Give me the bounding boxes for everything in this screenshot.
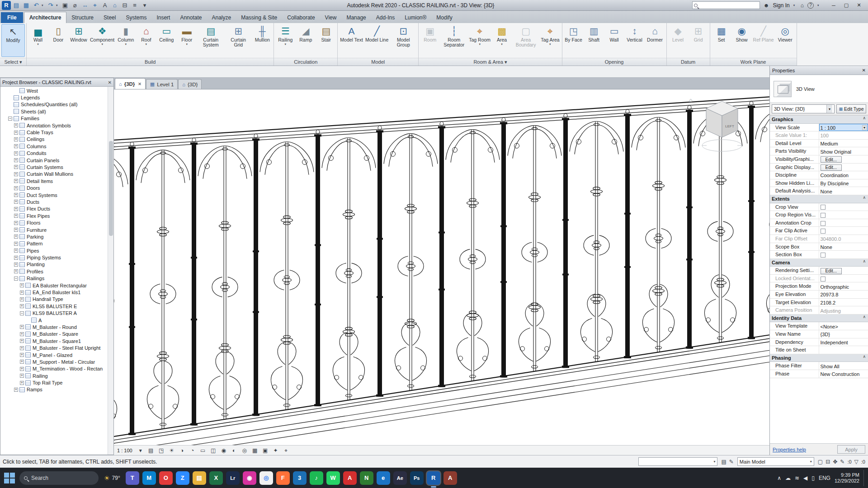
tree-item-handrail-type[interactable]: +Handrail Type xyxy=(0,296,113,303)
property-value[interactable]: {3D} xyxy=(819,330,868,338)
tree-item-conduits[interactable]: +Conduits xyxy=(0,150,113,157)
minimize-button[interactable]: ─ xyxy=(827,0,840,10)
ramp-button[interactable]: ◢Ramp xyxy=(296,24,316,57)
ribbon-tab-view[interactable]: View xyxy=(320,12,342,23)
tree-item-m-baluster-square[interactable]: +M_Baluster - Square xyxy=(0,331,113,338)
open-icon[interactable]: ▤ xyxy=(12,1,21,10)
reveal-hidden-elements-icon[interactable]: ◎ xyxy=(241,447,248,454)
opera-taskbar-icon[interactable]: O xyxy=(159,471,173,485)
detail-level-icon[interactable]: ▤ xyxy=(147,447,155,454)
tree-item-ramps[interactable]: +Ramps xyxy=(0,386,113,393)
ceiling-button[interactable]: ▭Ceiling xyxy=(156,24,176,57)
photoshop-taskbar-icon[interactable]: Ps xyxy=(410,471,424,485)
ribbon-tab-structure[interactable]: Structure xyxy=(66,12,99,23)
ribbon-tab-insert[interactable]: Insert xyxy=(151,12,175,23)
messages-taskbar-icon[interactable]: M xyxy=(142,471,156,485)
apply-button[interactable]: Apply xyxy=(837,445,865,454)
panel-label[interactable]: Opening xyxy=(562,58,666,66)
exclude-options-icon[interactable]: ⊟ xyxy=(826,459,830,465)
edit-button[interactable]: Edit... xyxy=(821,268,842,274)
view-tab-0[interactable]: ⌂{3D}✕ xyxy=(115,78,146,89)
ribbon-tab-collaborate[interactable]: Collaborate xyxy=(282,12,320,23)
tree-expander-icon[interactable]: + xyxy=(14,179,18,183)
tree-expander-icon[interactable]: + xyxy=(14,151,18,155)
tree-item-curtain-wall-mullions[interactable]: +Curtain Wall Mullions xyxy=(0,171,113,178)
language-indicator[interactable]: ENG xyxy=(819,475,830,481)
after-effects-taskbar-icon[interactable]: Ae xyxy=(393,471,407,485)
scrollbar-thumb[interactable] xyxy=(109,141,113,236)
autocad-taskbar-icon[interactable]: A xyxy=(443,471,457,485)
spotify-taskbar-icon[interactable]: ♪ xyxy=(310,471,323,485)
property-value[interactable]: 2108.2 xyxy=(819,299,868,306)
text-icon[interactable]: A xyxy=(100,1,109,10)
tree-expander-icon[interactable]: + xyxy=(14,165,18,169)
battery-icon[interactable]: ▯ xyxy=(811,475,815,481)
tree-expander-icon[interactable]: + xyxy=(20,367,24,371)
tree-expander-icon[interactable]: + xyxy=(20,374,24,378)
collapse-icon[interactable]: ∧ xyxy=(860,116,868,123)
property-value[interactable] xyxy=(819,346,868,354)
panel-label[interactable]: Work Plane xyxy=(710,58,797,66)
tree-item-parking[interactable]: +Parking xyxy=(0,233,113,240)
wall-button[interactable]: ▭Wall xyxy=(604,24,624,57)
tag-by-category-icon[interactable]: ⌖ xyxy=(90,1,99,10)
curtain-system-button[interactable]: ▤Curtain System xyxy=(197,24,224,57)
ribbon-tab-annotate[interactable]: Annotate xyxy=(175,12,207,23)
roof-button[interactable]: ⌂Roof▾ xyxy=(136,24,156,57)
tree-expander-icon[interactable]: + xyxy=(14,144,18,148)
redo-icon[interactable]: ↷ xyxy=(46,1,55,10)
edit-button[interactable]: Edit... xyxy=(821,156,842,163)
filter-count-icon[interactable]: ▽ xyxy=(854,459,859,465)
tree-item-pipes[interactable]: +Pipes xyxy=(0,247,113,254)
chevron-down-icon[interactable]: ▾ xyxy=(826,105,832,113)
property-value[interactable]: Independent xyxy=(819,338,868,346)
set-button[interactable]: ▦Set xyxy=(712,24,731,57)
ribbon-tab-file[interactable]: File xyxy=(1,12,23,23)
by-face-button[interactable]: ◳By Face xyxy=(564,24,584,57)
checkbox-unchecked[interactable] xyxy=(821,253,826,258)
tree-item-furniture[interactable]: +Furniture xyxy=(0,226,113,233)
home-icon[interactable]: ⌂ xyxy=(689,97,693,103)
chrome-taskbar-icon[interactable]: ◎ xyxy=(259,471,273,485)
tree-item-curtain-systems[interactable]: +Curtain Systems xyxy=(0,164,113,170)
tree-expander-icon[interactable]: + xyxy=(14,137,18,141)
view-tab-close-icon[interactable]: ✕ xyxy=(138,82,142,86)
tree-item-piping-systems[interactable]: +Piping Systems xyxy=(0,254,113,261)
3ds-max-taskbar-icon[interactable]: 3 xyxy=(293,471,307,485)
tree-item-doors[interactable]: +Doors xyxy=(0,184,113,191)
zoom-taskbar-icon[interactable]: Z xyxy=(176,471,189,485)
model-line-button[interactable]: ╱Model Line xyxy=(364,24,389,57)
lightroom-taskbar-icon[interactable]: Lr xyxy=(226,471,240,485)
tree-item-m-panel-glazed[interactable]: +M_Panel - Glazed xyxy=(0,352,113,358)
tree-expander-icon[interactable]: + xyxy=(20,332,24,336)
tree-item-duct-systems[interactable]: +Duct Systems xyxy=(0,192,113,198)
wall-button[interactable]: ▅Wall▾ xyxy=(28,24,48,57)
window-button[interactable]: ⊞Window xyxy=(69,24,89,57)
tree-expander-icon[interactable]: + xyxy=(14,207,18,211)
tree-item-west[interactable]: West xyxy=(0,87,113,94)
view-tab-2[interactable]: ⌂{3D} xyxy=(178,79,202,89)
property-value[interactable] xyxy=(819,203,868,211)
tree-expander-icon[interactable]: + xyxy=(20,291,24,295)
app-store-icon[interactable]: ⌂ xyxy=(801,2,804,9)
tree-expander-icon[interactable]: + xyxy=(14,200,18,204)
collapse-icon[interactable]: ∧ xyxy=(860,259,868,267)
tree-item-ea-end-baluster-kls1[interactable]: +EA_End Baluster kls1 xyxy=(0,289,113,296)
model-text-button[interactable]: AModel Text xyxy=(339,24,364,57)
properties-header[interactable]: Properties ✕ xyxy=(770,66,868,75)
excel-taskbar-icon[interactable]: X xyxy=(209,471,223,485)
tree-expander-icon[interactable]: + xyxy=(20,339,24,343)
property-value[interactable]: 20973.8 xyxy=(819,291,868,298)
tree-expander-icon[interactable]: + xyxy=(14,235,18,239)
chevron-down-icon[interactable]: ▾ xyxy=(862,125,867,130)
tree-expander-icon[interactable]: + xyxy=(14,221,18,225)
tree-item-planting[interactable]: +Planting xyxy=(0,261,113,268)
tree-expander-icon[interactable]: + xyxy=(14,242,18,246)
file-explorer-taskbar-icon[interactable]: ▤ xyxy=(193,471,206,485)
tree-expander-icon[interactable]: + xyxy=(14,186,18,190)
section-header-phasing[interactable]: Phasing∧ xyxy=(770,354,868,362)
tree-expander-icon[interactable]: + xyxy=(20,346,24,350)
tree-expander-icon[interactable]: + xyxy=(20,360,24,364)
sun-path-icon[interactable]: ☀ xyxy=(168,447,175,454)
tree-expander-icon[interactable]: − xyxy=(20,311,24,315)
